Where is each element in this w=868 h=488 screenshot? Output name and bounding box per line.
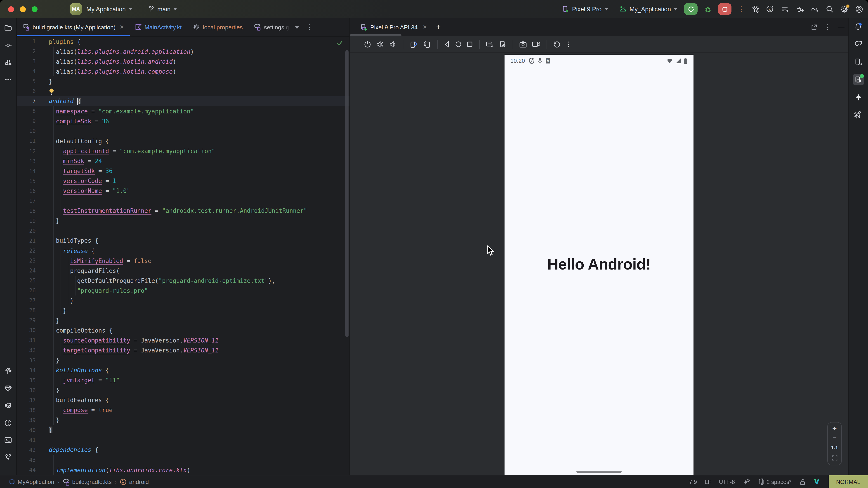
code-line[interactable]: 40} <box>17 425 349 435</box>
gradle-tool-button[interactable] <box>852 38 864 50</box>
code-line[interactable]: 15 versionCode = 1 <box>17 176 349 186</box>
code-line[interactable]: 23 isMinifyEnabled = false <box>17 256 349 266</box>
code-line[interactable]: 31 sourceCompatibility = JavaVersion.VER… <box>17 335 349 346</box>
code-line[interactable]: 1plugins { <box>17 37 349 46</box>
branch-selector[interactable]: main ▼ <box>148 6 177 12</box>
code-line[interactable]: 44 implementation(libs.androidx.core.ktx… <box>17 465 349 475</box>
close-tab-icon[interactable]: ✕ <box>120 24 124 30</box>
line-number[interactable]: 14 <box>17 168 36 174</box>
notifications-bell-button[interactable] <box>852 21 864 33</box>
line-number[interactable]: 44 <box>17 467 36 473</box>
code-line[interactable]: 30 compileOptions { <box>17 326 349 335</box>
line-number[interactable]: 3 <box>17 58 36 65</box>
code-line[interactable]: 7android { <box>17 96 349 106</box>
line-number[interactable]: 16 <box>17 188 36 194</box>
minimize-window-button[interactable] <box>20 6 26 12</box>
code-line[interactable]: 2 alias(libs.plugins.android.application… <box>17 46 349 57</box>
app-quality-insights-tool-button[interactable] <box>852 109 864 121</box>
volume-up-button[interactable] <box>376 40 384 48</box>
line-number[interactable]: 33 <box>17 357 36 363</box>
line-number[interactable]: 7 <box>17 98 36 105</box>
line-number[interactable]: 8 <box>17 108 36 115</box>
ai-assistant-disabled-icon[interactable] <box>743 478 750 486</box>
rotate-right-button[interactable] <box>422 40 431 48</box>
code-line[interactable]: 29 } <box>17 316 349 326</box>
project-tool-button[interactable] <box>2 22 14 34</box>
account-profile-button[interactable] <box>855 5 864 13</box>
build-hammer-button[interactable] <box>751 5 760 13</box>
resource-manager-tool-button[interactable] <box>2 57 14 68</box>
line-number[interactable]: 25 <box>17 278 36 284</box>
editor-scrollbar[interactable] <box>345 50 348 337</box>
encoding-widget[interactable]: UTF-8 <box>719 479 735 485</box>
line-number[interactable]: 11 <box>17 138 36 144</box>
code-line[interactable]: 13 minSdk = 24 <box>17 156 349 166</box>
line-number[interactable]: 38 <box>17 407 36 414</box>
indent-widget[interactable]: 2 spaces* <box>757 478 792 486</box>
gesture-navigation-bar[interactable] <box>577 470 622 473</box>
problems-tool-button[interactable] <box>2 417 14 429</box>
ideavim-icon[interactable] <box>813 479 820 485</box>
rotate-left-button[interactable] <box>409 40 418 48</box>
caret-position-widget[interactable]: 7:9 <box>689 479 697 485</box>
tab-options-icon[interactable]: ⋮ <box>306 23 313 31</box>
code-line[interactable]: 6 <box>17 86 349 96</box>
rerun-button[interactable] <box>684 3 698 15</box>
overview-button[interactable] <box>466 41 473 48</box>
code-line[interactable]: 16 versionName = "1.0" <box>17 186 349 196</box>
code-line[interactable]: 42dependencies { <box>17 445 349 455</box>
code-line[interactable]: 26 "proguard-rules.pro" <box>17 286 349 295</box>
code-line[interactable]: 4 alias(libs.plugins.kotlin.compose) <box>17 66 349 76</box>
line-number[interactable]: 31 <box>17 337 36 344</box>
more-vertical-icon[interactable]: ⋮ <box>565 40 572 48</box>
code-line[interactable]: 17 <box>17 196 349 206</box>
line-number[interactable]: 26 <box>17 287 36 294</box>
line-number[interactable]: 28 <box>17 307 36 314</box>
line-separator-widget[interactable]: LF <box>705 479 711 485</box>
zoom-ratio-button[interactable]: 1:1 <box>831 445 838 450</box>
code-line[interactable]: 28 } <box>17 306 349 316</box>
unlocked-icon[interactable] <box>799 478 805 486</box>
line-number[interactable]: 34 <box>17 367 36 373</box>
line-number[interactable]: 5 <box>17 78 36 85</box>
code-line[interactable]: 27 ) <box>17 295 349 305</box>
logcat-tool-button[interactable] <box>2 400 14 412</box>
line-number[interactable]: 24 <box>17 267 36 274</box>
code-editor[interactable]: 1plugins {2 alias(libs.plugins.android.a… <box>17 37 349 475</box>
tab-local-properties[interactable]: local.properties <box>187 18 248 36</box>
code-line[interactable]: 21 buildTypes { <box>17 236 349 246</box>
line-number[interactable]: 42 <box>17 447 36 453</box>
breadcrumb-element[interactable]: android <box>120 479 149 485</box>
code-line[interactable]: 10 <box>17 126 349 136</box>
code-line[interactable]: 3 alias(libs.plugins.kotlin.android) <box>17 57 349 66</box>
code-line[interactable]: 20 <box>17 226 349 236</box>
line-number[interactable]: 36 <box>17 387 36 393</box>
code-line[interactable]: 33 } <box>17 355 349 365</box>
code-line[interactable]: 43 <box>17 455 349 465</box>
code-line[interactable]: 19 } <box>17 216 349 226</box>
close-tab-icon[interactable]: ✕ <box>423 24 427 30</box>
line-number[interactable]: 17 <box>17 198 36 204</box>
keyboard-input-button[interactable] <box>486 40 495 48</box>
build-tool-button[interactable] <box>2 365 14 377</box>
add-device-tab-button[interactable]: + <box>436 23 441 32</box>
gemini-sparkle-tool-button[interactable] <box>852 91 864 103</box>
hide-panel-icon[interactable]: — <box>838 22 844 30</box>
line-number[interactable]: 39 <box>17 417 36 423</box>
running-devices-tool-button[interactable] <box>852 74 864 86</box>
code-line[interactable]: 8 namespace = "com.example.myapplication… <box>17 106 349 116</box>
more-vertical-icon[interactable]: ⋮ <box>738 5 745 13</box>
screenshot-button[interactable] <box>519 40 528 48</box>
code-line[interactable]: 9 compileSdk = 36 <box>17 116 349 126</box>
stop-button[interactable] <box>718 3 732 15</box>
line-number[interactable]: 9 <box>17 118 36 125</box>
line-number[interactable]: 18 <box>17 208 36 214</box>
tab-list-chevron-icon[interactable]: ▼ <box>293 25 300 30</box>
line-number[interactable]: 21 <box>17 238 36 244</box>
zoom-out-button[interactable]: − <box>833 436 837 440</box>
tab-mainactivity-kt[interactable]: MainActivity.kt <box>129 18 187 36</box>
breadcrumb-file[interactable]: build.gradle.kts <box>62 478 112 486</box>
line-number[interactable]: 22 <box>17 248 36 254</box>
profiler-button[interactable] <box>811 5 819 13</box>
code-line[interactable]: 34 kotlinOptions { <box>17 365 349 375</box>
